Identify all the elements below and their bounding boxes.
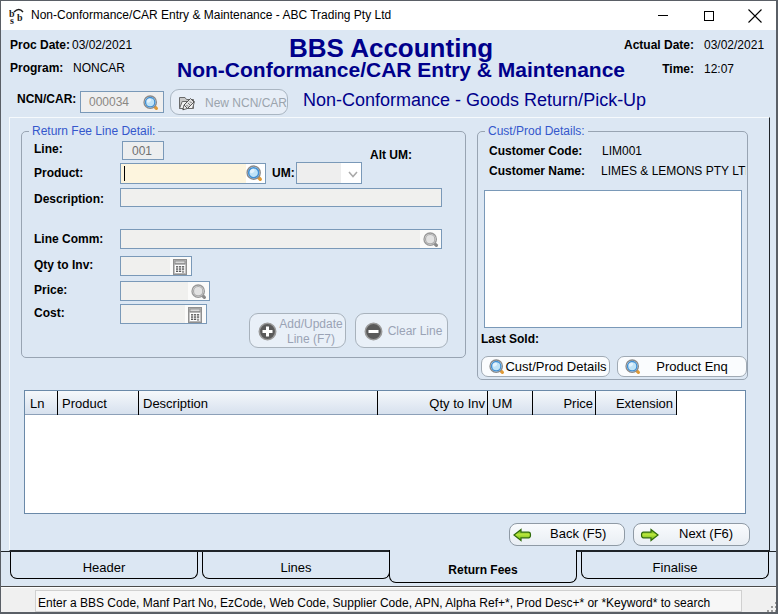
svg-text:s: s xyxy=(10,15,14,25)
svg-text:b: b xyxy=(17,12,23,23)
